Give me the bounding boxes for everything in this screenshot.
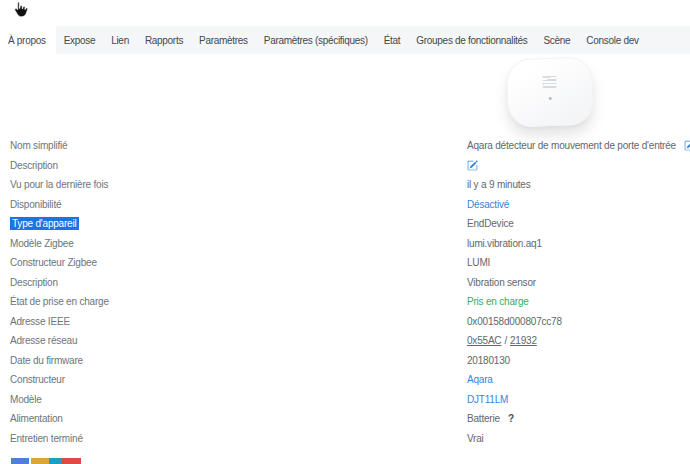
tab-parametres-specifiques[interactable]: Paramètres (spécifiques) [256, 26, 376, 54]
power-source-value: Batterie [467, 413, 500, 424]
tab-parametres[interactable]: Paramètres [191, 26, 256, 54]
field-label: Modèle Zigbee [10, 238, 467, 249]
network-address-dec: 21932 [510, 335, 537, 346]
tab-console-dev[interactable]: Console dev [578, 26, 646, 54]
tab-expose[interactable]: Expose [56, 26, 104, 54]
row-availability: Disponibilité Désactivé [10, 195, 690, 215]
model-link[interactable]: DJT11LM [467, 394, 508, 405]
sensor-led-dot [549, 97, 552, 100]
row-model: Modèle DJT11LM [10, 390, 690, 410]
edit-icon [467, 160, 478, 171]
row-zigbee-model: Modèle Zigbee lumi.vibration.aq1 [10, 234, 690, 254]
field-label: Description [10, 277, 467, 288]
color-bar-segment-blue [11, 458, 29, 464]
tab-lien[interactable]: Lien [103, 26, 137, 54]
field-label: Adresse réseau [10, 335, 467, 346]
row-support-status: État de prise en charge Pris en charge [10, 292, 690, 312]
color-bar-segment-orange [31, 458, 49, 464]
row-friendly-name: Nom simplifié Aqara détecteur de mouveme… [10, 136, 690, 156]
row-description-2: Description Vibration sensor [10, 273, 690, 293]
tab-etat[interactable]: État [376, 26, 409, 54]
device-description-value: Vibration sensor [467, 277, 536, 288]
edit-description-button[interactable] [467, 160, 478, 171]
support-status-badge: Pris en charge [467, 296, 529, 307]
help-question-icon: ? [508, 413, 514, 424]
row-device-type: Type d'appareil EndDevice [10, 214, 690, 234]
device-tab-bar: À propos Expose Lien Rapports Paramètres… [0, 26, 690, 54]
row-last-seen: Vu pour la dernière fois il y a 9 minute… [10, 175, 690, 195]
field-label: Date du firmware [10, 355, 467, 366]
zigbee-manufacturer-value: LUMI [467, 257, 490, 268]
field-label: Entretien terminé [10, 433, 467, 444]
sensor-grill-detail [542, 76, 556, 89]
field-label: Description [10, 160, 467, 171]
row-interview-completed: Entretien terminé Vrai [10, 429, 690, 449]
field-label: Disponibilité [10, 199, 467, 210]
hand-pointer-cursor [12, 0, 29, 19]
field-label: Constructeur Zigbee [10, 257, 467, 268]
tab-rapports[interactable]: Rapports [137, 26, 191, 54]
device-type-value: EndDevice [467, 218, 514, 229]
row-description: Description [10, 156, 690, 176]
availability-link[interactable]: Désactivé [467, 199, 509, 210]
row-zigbee-manufacturer: Constructeur Zigbee LUMI [10, 253, 690, 273]
device-info-table: Nom simplifié Aqara détecteur de mouveme… [10, 136, 690, 448]
tab-a-propos[interactable]: À propos [0, 26, 56, 54]
color-bar-segment-teal [49, 458, 62, 464]
row-network-address: Adresse réseau 0x55AC / 21932 [10, 331, 690, 351]
row-firmware-date: Date du firmware 20180130 [10, 351, 690, 371]
device-about-page: À propos Expose Lien Rapports Paramètres… [0, 0, 690, 464]
network-address-hex: 0x55AC [467, 335, 501, 346]
field-label: Nom simplifié [10, 140, 467, 151]
zigbee-model-value: lumi.vibration.aq1 [467, 238, 542, 249]
field-label: État de prise en charge [10, 296, 467, 307]
row-manufacturer: Constructeur Aqara [10, 370, 690, 390]
row-power-source: Alimentation Batterie ? [10, 409, 690, 429]
edit-icon [684, 140, 690, 151]
last-seen-value: il y a 9 minutes [467, 179, 531, 190]
manufacturer-link[interactable]: Aqara [467, 374, 493, 385]
device-photo [506, 57, 594, 128]
bottom-color-bar [11, 458, 81, 464]
tab-groupes-de-fonctionnalites[interactable]: Groupes de fonctionnalités [408, 26, 535, 54]
field-label: Modèle [10, 394, 467, 405]
ieee-address-value: 0x00158d000807cc78 [467, 316, 562, 327]
friendly-name-value: Aqara détecteur de mouvement de porte d'… [467, 140, 676, 151]
row-ieee-address: Adresse IEEE 0x00158d000807cc78 [10, 312, 690, 332]
field-label: Adresse IEEE [10, 316, 467, 327]
tab-scene[interactable]: Scène [536, 26, 579, 54]
color-bar-segment-red [62, 458, 81, 464]
interview-completed-value: Vrai [467, 433, 484, 444]
field-label: Alimentation [10, 413, 467, 424]
edit-friendly-name-button[interactable] [684, 140, 690, 151]
network-address-separator: / [504, 335, 507, 346]
field-label: Constructeur [10, 374, 467, 385]
device-type-label-selected: Type d'appareil [10, 217, 79, 230]
field-label: Vu pour la dernière fois [10, 179, 467, 190]
firmware-date-value: 20180130 [467, 355, 510, 366]
